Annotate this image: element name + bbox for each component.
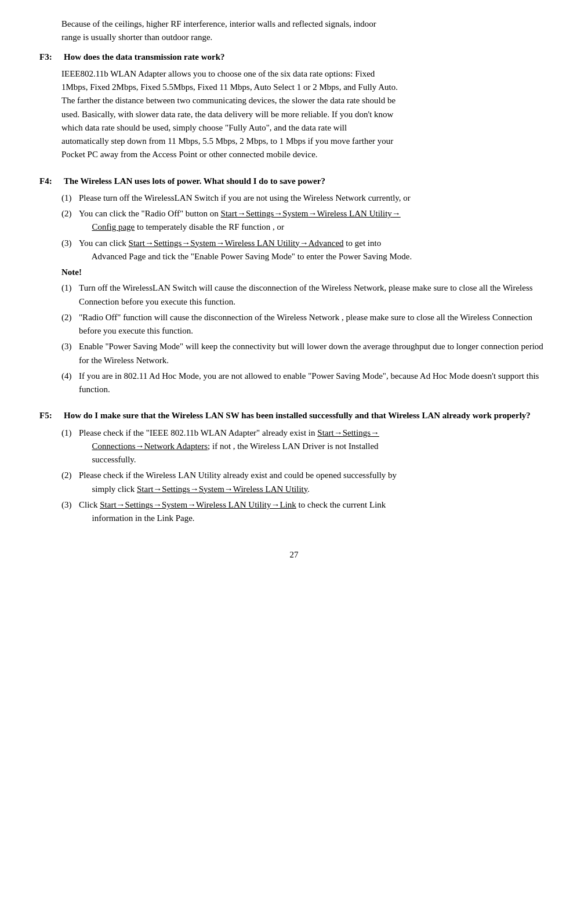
f3-label: F3: (39, 50, 61, 64)
f4-note-4-num: (4) (61, 370, 79, 383)
f4-item-3: (3) You can click Start→Settings→System→… (61, 237, 549, 264)
f4-item-3-num: (3) (61, 237, 79, 250)
f4-item-1-text: Please turn off the WirelessLAN Switch i… (79, 191, 549, 205)
f5-item-3-link: Start→Settings→System→Wireless LAN Utili… (100, 500, 296, 509)
section-f4: F4: The Wireless LAN uses lots of power.… (39, 175, 549, 397)
f4-note-4: (4) If you are in 802.11 Ad Hoc Mode, yo… (61, 370, 549, 397)
f4-item-2: (2) You can click the "Radio Off" button… (61, 207, 549, 234)
f4-note-3: (3) Enable "Power Saving Mode" will keep… (61, 340, 549, 367)
f5-item-2-num: (2) (61, 469, 79, 482)
f5-item-2-link: Start→Settings→System→Wireless LAN Utili… (137, 484, 307, 494)
f3-paragraph: IEEE802.11b WLAN Adapter allows you to c… (61, 67, 549, 162)
f4-item-2-num: (2) (61, 207, 79, 220)
f5-body: (1) Please check if the "IEEE 802.11b WL… (61, 426, 549, 526)
f4-note-1: (1) Turn off the WirelessLAN Switch will… (61, 281, 549, 309)
f4-note-2-num: (2) (61, 311, 79, 324)
f5-item-3-num: (3) (61, 498, 79, 512)
f4-header: F4: The Wireless LAN uses lots of power.… (39, 175, 549, 188)
f4-note-4-text: If you are in 802.11 Ad Hoc Mode, you ar… (79, 370, 549, 397)
f4-item-2-text: You can click the "Radio Off" button on … (79, 207, 549, 234)
f5-item-3: (3) Click Start→Settings→System→Wireless… (61, 498, 549, 526)
f3-title: How does the data transmission rate work… (64, 50, 225, 64)
f4-item-1-num: (1) (61, 191, 79, 205)
f4-item-1: (1) Please turn off the WirelessLAN Swit… (61, 191, 549, 205)
f4-note-2-text: "Radio Off" function will cause the disc… (79, 311, 549, 338)
f4-item-2-link2: Config page (92, 222, 135, 231)
f5-item-1-text: Please check if the "IEEE 802.11b WLAN A… (79, 426, 549, 467)
f5-item-2-text: Please check if the Wireless LAN Utility… (79, 469, 549, 496)
f5-item-1: (1) Please check if the "IEEE 802.11b WL… (61, 426, 549, 467)
f4-note-3-num: (3) (61, 340, 79, 353)
f5-item-1-num: (1) (61, 426, 79, 440)
f4-body: (1) Please turn off the WirelessLAN Swit… (61, 191, 549, 397)
f5-item-2: (2) Please check if the Wireless LAN Uti… (61, 469, 549, 496)
f4-item-3-link: Start→Settings→System→Wireless LAN Utili… (129, 238, 344, 248)
page-number: 27 (39, 548, 549, 562)
f5-title: How do I make sure that the Wireless LAN… (64, 409, 531, 422)
section-f3: F3: How does the data transmission rate … (39, 50, 549, 162)
f3-body: IEEE802.11b WLAN Adapter allows you to c… (61, 67, 549, 162)
f5-item-1-link1: Start→Settings→ (317, 428, 379, 437)
intro-line2: range is usually shorter than outdoor ra… (61, 32, 212, 42)
f4-label: F4: (39, 175, 61, 188)
f4-note-1-text: Turn off the WirelessLAN Switch will cau… (79, 281, 549, 309)
f4-item-3-text: You can click Start→Settings→System→Wire… (79, 237, 549, 264)
f4-title: The Wireless LAN uses lots of power. Wha… (64, 175, 325, 188)
f5-header: F5: How do I make sure that the Wireless… (39, 409, 549, 422)
f4-note-1-num: (1) (61, 281, 79, 295)
f4-note-2: (2) "Radio Off" function will cause the … (61, 311, 549, 338)
f5-label: F5: (39, 409, 61, 422)
f5-item-3-text: Click Start→Settings→System→Wireless LAN… (79, 498, 549, 526)
f4-note-3-text: Enable "Power Saving Mode" will keep the… (79, 340, 549, 367)
intro-text: Because of the ceilings, higher RF inter… (61, 17, 549, 45)
f3-header: F3: How does the data transmission rate … (39, 50, 549, 64)
f4-item-2-link1: Start→Settings→System→Wireless LAN Utili… (221, 209, 401, 218)
intro-line1: Because of the ceilings, higher RF inter… (61, 19, 376, 28)
f4-note-label: Note! (61, 266, 549, 279)
f5-item-1-link2: Connections→Network Adapters (92, 441, 208, 451)
section-f5: F5: How do I make sure that the Wireless… (39, 409, 549, 525)
